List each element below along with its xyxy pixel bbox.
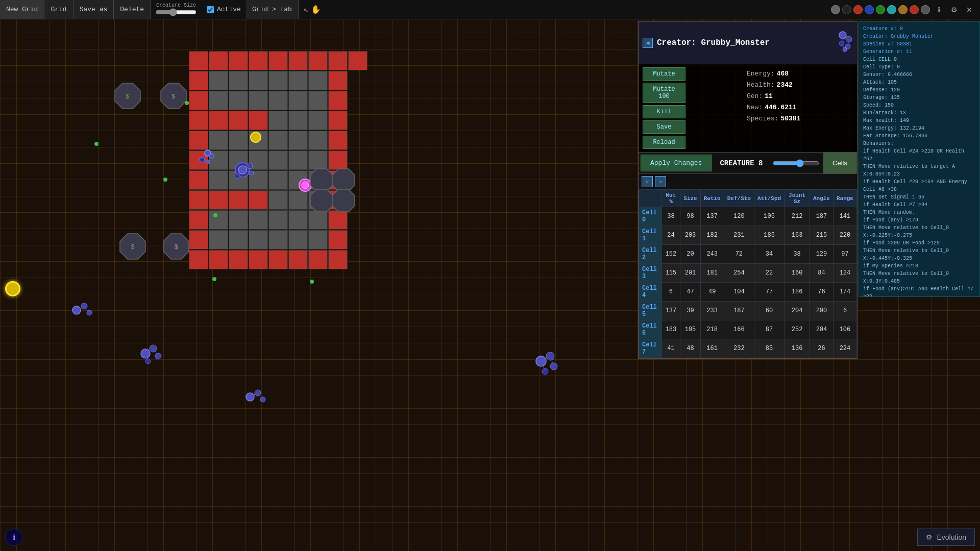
cell-value[interactable]: 39: [680, 302, 700, 320]
cell-value[interactable]: 84: [810, 264, 833, 283]
cell-label[interactable]: Cell 2: [639, 245, 662, 264]
cell-value[interactable]: 97: [833, 245, 856, 264]
cell-value[interactable]: 163: [785, 226, 810, 245]
cell-value[interactable]: 87: [754, 320, 784, 339]
cell-value[interactable]: 203: [680, 226, 700, 245]
cell-value[interactable]: 187: [810, 207, 833, 226]
tool-circle-green[interactable]: [876, 5, 885, 14]
tool-circle-1[interactable]: [831, 5, 840, 14]
cell-value[interactable]: 41: [662, 339, 680, 358]
cell-value[interactable]: 26: [810, 339, 833, 358]
cell-value[interactable]: 6: [833, 302, 856, 320]
cell-value[interactable]: 254: [724, 264, 754, 283]
cell-value[interactable]: 218: [700, 320, 724, 339]
cell-value[interactable]: 22: [754, 264, 784, 283]
tool-circle-red[interactable]: [853, 5, 863, 14]
cell-value[interactable]: 160: [785, 264, 810, 283]
mutate-100-button[interactable]: Mutate 100: [643, 83, 685, 103]
tool-circle-blue[interactable]: [865, 5, 874, 14]
info-button[interactable]: ℹ: [932, 3, 945, 16]
cell-value[interactable]: 24: [662, 226, 680, 245]
cell-value[interactable]: 49: [700, 283, 724, 302]
tool-circle-grey[interactable]: [921, 5, 930, 14]
cells-tab[interactable]: Cells: [823, 153, 857, 173]
tool-circle-red2[interactable]: [910, 5, 919, 14]
tool-circle-teal[interactable]: [887, 5, 896, 14]
nav-prev-btn[interactable]: <: [642, 176, 653, 187]
cell-value[interactable]: 233: [700, 302, 724, 320]
active-checkbox[interactable]: [207, 6, 214, 13]
cell-value[interactable]: 183: [662, 320, 680, 339]
cell-value[interactable]: 215: [810, 226, 833, 245]
cell-value[interactable]: 20: [680, 245, 700, 264]
cell-label[interactable]: Cell 0: [639, 207, 662, 226]
cell-value[interactable]: 161: [700, 339, 724, 358]
cell-label[interactable]: Cell 7: [639, 339, 662, 358]
save-button[interactable]: Save: [643, 120, 685, 134]
cell-value[interactable]: 72: [724, 245, 754, 264]
cell-value[interactable]: 38: [662, 207, 680, 226]
grid-button[interactable]: Grid: [44, 0, 73, 19]
cell-value[interactable]: 152: [662, 245, 680, 264]
cell-value[interactable]: 166: [724, 320, 754, 339]
evolution-button[interactable]: ⚙ Evolution: [917, 529, 975, 546]
cell-value[interactable]: 105: [680, 320, 700, 339]
cell-value[interactable]: 200: [810, 302, 833, 320]
cell-label[interactable]: Cell 4: [639, 283, 662, 302]
cell-label[interactable]: Cell 6: [639, 320, 662, 339]
cell-value[interactable]: 38: [785, 245, 810, 264]
cell-value[interactable]: 204: [810, 320, 833, 339]
cell-value[interactable]: 181: [700, 264, 724, 283]
cell-value[interactable]: 34: [754, 245, 784, 264]
cell-value[interactable]: 85: [754, 339, 784, 358]
info-circle-btn[interactable]: ℹ: [5, 529, 22, 546]
cell-value[interactable]: 115: [662, 264, 680, 283]
cell-value[interactable]: 124: [833, 264, 856, 283]
cell-value[interactable]: 204: [785, 302, 810, 320]
cell-value[interactable]: 174: [833, 283, 856, 302]
tool-circle-2[interactable]: [842, 5, 851, 14]
apply-changes-button[interactable]: Apply Changes: [641, 155, 712, 171]
close-button[interactable]: ✕: [963, 3, 976, 16]
hand-icon[interactable]: ✋: [311, 5, 321, 15]
cell-value[interactable]: 220: [833, 226, 856, 245]
creature-yellow-large[interactable]: [5, 281, 20, 296]
cell-value[interactable]: 137: [662, 302, 680, 320]
cell-value[interactable]: 77: [754, 283, 784, 302]
cell-value[interactable]: 137: [700, 207, 724, 226]
cell-value[interactable]: 120: [724, 207, 754, 226]
cell-value[interactable]: 60: [754, 302, 784, 320]
cell-label[interactable]: Cell 5: [639, 302, 662, 320]
cursor-icon[interactable]: ↖: [304, 5, 309, 15]
nav-next-btn[interactable]: >: [655, 176, 666, 187]
cell-value[interactable]: 104: [724, 283, 754, 302]
settings-button[interactable]: ⚙: [947, 3, 961, 16]
cell-value[interactable]: 6: [662, 283, 680, 302]
cell-value[interactable]: 76: [810, 283, 833, 302]
creature-size-slider[interactable]: [156, 8, 197, 16]
cell-value[interactable]: 136: [785, 339, 810, 358]
cell-value[interactable]: 141: [833, 207, 856, 226]
cell-value[interactable]: 201: [680, 264, 700, 283]
cell-value[interactable]: 232: [724, 339, 754, 358]
cell-value[interactable]: 243: [700, 245, 724, 264]
cell-value[interactable]: 98: [680, 207, 700, 226]
cell-value[interactable]: 129: [810, 245, 833, 264]
cell-value[interactable]: 47: [680, 283, 700, 302]
creature-yellow[interactable]: [250, 132, 261, 143]
cell-value[interactable]: 187: [724, 302, 754, 320]
cell-value[interactable]: 105: [754, 207, 784, 226]
cell-value[interactable]: 185: [754, 226, 784, 245]
cell-value[interactable]: 182: [700, 226, 724, 245]
new-grid-button[interactable]: New Grid: [0, 0, 44, 19]
cell-value[interactable]: 106: [833, 320, 856, 339]
cell-value[interactable]: 48: [680, 339, 700, 358]
kill-button[interactable]: Kill: [643, 105, 685, 118]
cell-label[interactable]: Cell 1: [639, 226, 662, 245]
cell-value[interactable]: 252: [785, 320, 810, 339]
panel-arrow-btn[interactable]: ◄: [643, 38, 653, 48]
cell-value[interactable]: 224: [833, 339, 856, 358]
mutate-button[interactable]: Mutate: [643, 67, 685, 81]
creature-slider-input[interactable]: [773, 159, 819, 167]
reload-button[interactable]: Reload: [643, 136, 685, 149]
